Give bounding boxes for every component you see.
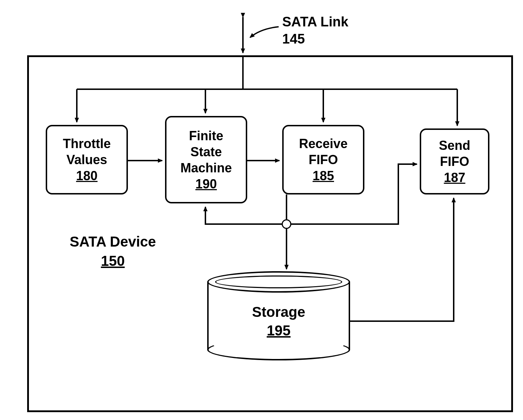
sfifo-num: 187: [444, 169, 465, 186]
diagram-canvas: SATA Link 145 Throttle Values 180 Finite…: [7, 7, 523, 420]
fsm-num: 190: [195, 176, 217, 192]
throttle-num: 180: [76, 168, 98, 184]
storage-label: Storage 195: [207, 303, 350, 340]
block-receive-fifo: Receive FIFO 185: [282, 125, 364, 194]
block-throttle-values: Throttle Values 180: [46, 125, 128, 194]
fsm-l2: State: [190, 144, 222, 160]
block-finite-state-machine: Finite State Machine 190: [165, 116, 247, 203]
storage-num: 195: [267, 323, 291, 338]
device-num: 150: [101, 253, 125, 269]
sfifo-l2: FIFO: [440, 153, 469, 169]
storage-l1: Storage: [252, 304, 305, 320]
throttle-l1: Throttle: [63, 136, 111, 152]
sata-device-label: SATA Device 150: [70, 232, 156, 270]
rfifo-l2: FIFO: [309, 152, 338, 168]
sfifo-l1: Send: [439, 137, 470, 153]
storage-top-inner: [215, 275, 342, 288]
storage-bottom: [207, 339, 350, 360]
sata-link-num: 145: [282, 31, 305, 46]
block-send-fifo: Send FIFO 187: [420, 128, 489, 194]
callout-sata-link-pointer: [250, 27, 279, 37]
rfifo-num: 185: [313, 168, 334, 184]
rfifo-l1: Receive: [299, 136, 348, 152]
block-storage: Storage 195: [207, 271, 350, 360]
fsm-l3: Machine: [180, 160, 232, 176]
sata-link-label: SATA Link 145: [282, 14, 348, 47]
throttle-l2: Values: [66, 152, 107, 168]
sata-link-title: SATA Link: [282, 14, 348, 29]
fsm-l1: Finite: [189, 128, 223, 144]
device-title: SATA Device: [70, 234, 156, 249]
